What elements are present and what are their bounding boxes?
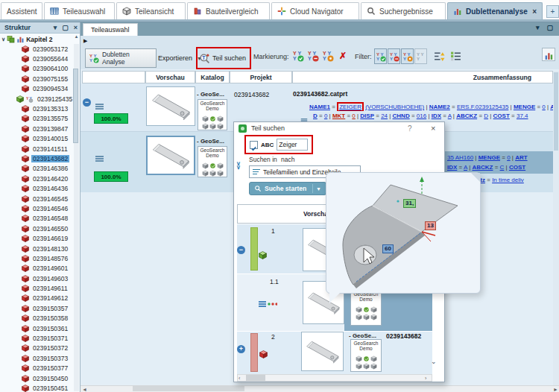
abc-checkbox[interactable] [250, 141, 258, 149]
attribute-link[interactable]: MENGE [479, 154, 500, 161]
tree-item-part[interactable]: 0239146619 [0, 233, 74, 243]
annotation-box-zeiger[interactable]: ZEIGER [337, 102, 364, 111]
attribute-link[interactable]: DISP [360, 113, 374, 119]
tab-teileansicht[interactable]: Teileansicht [116, 2, 186, 19]
tree-item-part[interactable]: 0239135313 [0, 104, 74, 113]
attribute-link[interactable]: IDX [432, 113, 441, 119]
tree-item-part[interactable]: 0239146386 [0, 164, 74, 174]
search-term-input[interactable] [277, 139, 308, 151]
header-katalog[interactable]: Katalog [195, 71, 230, 83]
tree-item-part[interactable]: 0239150373 [0, 353, 74, 363]
teil-suchen-button[interactable]: T Teil suchen [198, 53, 250, 64]
dialog-scrollbar-thumb[interactable] [246, 375, 265, 381]
attribute-link[interactable]: CHND [393, 113, 410, 119]
sort-button[interactable] [434, 51, 445, 62]
tree-item-part[interactable]: 0239141511 [0, 144, 74, 154]
checklist-button[interactable] [450, 51, 461, 62]
katalog-cell[interactable]: - GeoSe... [349, 332, 376, 339]
tab-teileauswahl[interactable]: Teileauswahl [44, 2, 115, 19]
scroll-right-icon[interactable]: ► [553, 386, 558, 392]
attribute-value-link[interactable]: 35 AH160 [447, 154, 473, 161]
header-projekt[interactable]: Projekt [230, 71, 292, 83]
attribute-link[interactable]: IDX [447, 164, 457, 171]
tree-item-part[interactable]: 0239146436 [0, 183, 74, 193]
inner-tab-teileauswahl[interactable]: Teileauswahl [83, 23, 138, 36]
mark-pending-button[interactable]: YYY [322, 50, 334, 62]
attribute-link[interactable]: ART [515, 154, 527, 161]
tree-item-part[interactable]: 0239146420 [0, 174, 74, 183]
part-filename[interactable]: 0239143682.catprt [293, 90, 347, 98]
katalog-cell[interactable]: - GeoSe... [197, 138, 224, 145]
attribute-link[interactable]: COST [509, 164, 525, 171]
tab-suchergebnisse[interactable]: Suchergebnisse [361, 2, 446, 19]
horizontal-scrollbar-thumb[interactable] [133, 386, 244, 391]
attribute-link[interactable]: ABCKZ [472, 164, 493, 171]
header-blank[interactable] [82, 71, 145, 83]
part-preview[interactable] [146, 136, 195, 175]
tree-item-part[interactable]: 0239053172 [0, 44, 74, 54]
dubletten-analyse-button[interactable]: YYY Dubletten Analyse [85, 48, 157, 68]
attribute-value-link[interactable]: 24 [381, 113, 388, 119]
tab-assistent[interactable]: Assistent [1, 2, 42, 19]
attribute-link[interactable]: ABCKZ [456, 113, 477, 119]
dialog-title-bar[interactable]: Teil suchen ? × [234, 122, 444, 136]
vertical-scrollbar-thumb[interactable] [554, 72, 558, 151]
panel-maximize-icon[interactable]: ▢ [62, 22, 69, 33]
mark-clear-button[interactable]: ✗ [338, 51, 348, 61]
tree-item-part[interactable]: 0239150371 [0, 333, 74, 343]
attribute-value-link[interactable]: 016 [417, 113, 426, 119]
analysis-chart-button[interactable] [542, 48, 555, 61]
attribute-link[interactable]: MENGE [514, 104, 535, 110]
tab-dublettenanalyse[interactable]: Dublettenanalyse× [447, 2, 543, 19]
part-preview[interactable] [301, 332, 344, 371]
chevron-down-icon[interactable]: ▼ [316, 186, 321, 192]
header-vorschau[interactable]: Vorschau [145, 71, 195, 83]
filter-all-toggle[interactable]: YYY [414, 48, 427, 64]
tree-item-part[interactable]: 0239139847 [0, 124, 74, 133]
projekt-cell[interactable]: 0239143682 [234, 91, 269, 98]
tree-item-part[interactable]: 0239148576 [0, 253, 74, 263]
filter-reject-toggle[interactable]: YYY [388, 48, 400, 64]
scroll-left-icon[interactable]: ‹ [239, 375, 240, 382]
attribute-value-link[interactable]: (VORSCHUBHOEHE) [365, 104, 424, 110]
tree-item-part[interactable]: 0239149603 [0, 274, 74, 283]
scroll-up-icon[interactable]: ▲ [74, 34, 79, 39]
tree-item-part[interactable]: 0239150361 [0, 323, 74, 333]
geosearch-catalog-box[interactable]: GeoSearchDemo [198, 146, 227, 177]
attribute-value-link[interactable]: ERS.F.0239125435 [457, 104, 508, 110]
geosearch-catalog-box[interactable]: GeoSearchDemo [198, 99, 227, 130]
katalog-cell[interactable]: - GeoSe... [197, 91, 224, 98]
tree-item-part[interactable]: 0239146548 [0, 214, 74, 224]
tree-item-part[interactable]: 0239149611 [0, 283, 74, 293]
attribute-link[interactable]: NAME2 [429, 104, 450, 110]
tree-root-label[interactable]: Kapitel 2 [26, 36, 52, 43]
attribute-link[interactable]: MKT [332, 113, 345, 119]
tree-item-part[interactable]: 0239146550 [0, 224, 74, 233]
attributes-expander-icon[interactable] [300, 113, 308, 119]
tree-item-part[interactable]: 0239149601 [0, 264, 74, 274]
tree-item-part[interactable]: 0239150450 [0, 373, 74, 383]
dialog-horizontal-scrollbar[interactable] [237, 374, 432, 382]
attribute-value-link[interactable]: In time deliv [492, 177, 524, 183]
mark-accept-button[interactable]: YYY [292, 50, 304, 62]
suche-starten-button[interactable]: Suche starten ▼ [249, 182, 326, 195]
new-tab-button[interactable]: + [546, 5, 559, 18]
sidebar-scrollbar-thumb[interactable] [73, 69, 78, 143]
row-handle-icon[interactable] [95, 100, 104, 107]
tree-item-part[interactable]: 0239140015 [0, 134, 74, 144]
collapse-row-button[interactable]: − [237, 246, 245, 254]
filter-pending-toggle[interactable]: YYY [401, 48, 414, 64]
tree-item-part[interactable]: YY0239125435 [0, 94, 74, 104]
tree-item-part[interactable]: 0239064100 [0, 64, 74, 74]
tab-bauteilvergleich[interactable]: Bauteilvergleich [187, 2, 270, 19]
row-handle-icon[interactable] [95, 152, 104, 159]
tree-item-part[interactable]: 0239146546 [0, 203, 74, 213]
attribute-link[interactable]: COST [493, 113, 510, 119]
dialog-help-button[interactable]: ? [408, 124, 412, 133]
tree-item-part[interactable]: 0239148130 [0, 244, 74, 253]
scroll-right-icon[interactable]: › [425, 375, 426, 382]
tree-item-part[interactable]: 0239149612 [0, 294, 74, 303]
scroll-left-icon[interactable]: ◄ [82, 386, 87, 392]
panel-dropdown-icon[interactable]: ▾ [536, 24, 540, 31]
panel-maximize-icon[interactable]: ▢ [546, 24, 553, 31]
